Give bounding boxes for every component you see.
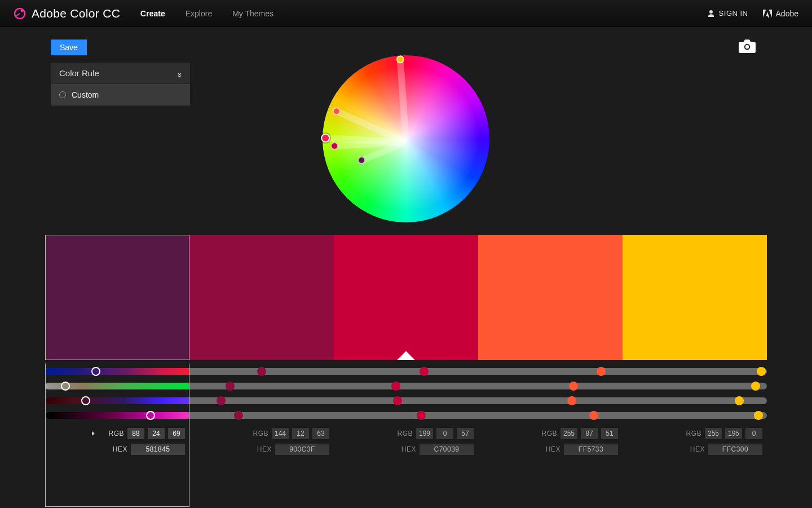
hex-value[interactable]: C70039 [420, 444, 474, 455]
color-rule-option-custom[interactable]: Custom [51, 84, 190, 106]
slider-handle[interactable] [569, 382, 578, 391]
swatch-0[interactable] [45, 235, 189, 360]
active-gradient [45, 368, 189, 375]
value-column-2: RGB199057HEXC70039 [334, 428, 478, 455]
rgb-value[interactable]: 87 [581, 428, 598, 439]
slider-handle[interactable] [417, 411, 426, 420]
topbar: Adobe Color CC Create Explore My Themes … [0, 0, 812, 27]
wheel-handle[interactable] [321, 133, 330, 143]
rgb-value[interactable]: 0 [436, 428, 453, 439]
swatch-3[interactable] [478, 235, 623, 360]
radio-icon [59, 91, 66, 98]
adobe-link[interactable]: Adobe [763, 9, 798, 18]
slider-handle[interactable] [567, 396, 576, 405]
app-name: Adobe Color CC [32, 7, 120, 20]
slider-handle[interactable] [81, 396, 90, 405]
svg-point-1 [21, 9, 24, 12]
color-rule-panel: Color Rule ⌄⌄ Custom [51, 62, 191, 106]
value-column-0: RGB882469HEX581845 [45, 428, 189, 455]
rgb-value[interactable]: 69 [168, 428, 185, 439]
slider-handle[interactable] [751, 382, 760, 391]
value-column-3: RGB2558751HEXFF5733 [478, 428, 623, 455]
rgb-value[interactable]: 195 [725, 428, 742, 439]
swatch-2[interactable] [334, 235, 478, 360]
hex-label: HEX [391, 445, 416, 453]
slider-handle[interactable] [393, 396, 402, 405]
adobe-a-icon [763, 10, 772, 17]
base-color-marker [397, 351, 415, 360]
slider-panel: RGB882469HEX581845RGB1441263HEX900C3FRGB… [45, 368, 767, 455]
active-gradient [45, 412, 189, 419]
wheel-handle[interactable] [330, 142, 339, 150]
slider-handle[interactable] [91, 367, 100, 376]
swatch-1[interactable] [189, 235, 334, 360]
wheel-handle[interactable] [331, 106, 341, 116]
color-rule-toggle[interactable]: Color Rule ⌄⌄ [51, 63, 190, 84]
hex-value[interactable]: FFC300 [708, 444, 762, 455]
nav-create[interactable]: Create [140, 9, 165, 18]
rgb-value[interactable]: 12 [292, 428, 309, 439]
slider-track-2[interactable] [45, 397, 767, 404]
rgb-value[interactable]: 57 [457, 428, 474, 439]
wheel-handle[interactable] [356, 155, 367, 165]
slider-handle[interactable] [217, 396, 226, 405]
svg-line-2 [16, 14, 20, 16]
hex-label: HEX [536, 445, 561, 453]
slider-handle[interactable] [391, 382, 400, 391]
rgb-value[interactable]: 199 [416, 428, 433, 439]
rgb-value[interactable]: 255 [705, 428, 722, 439]
slider-track-1[interactable] [45, 383, 767, 389]
camera-icon [739, 40, 756, 53]
rgb-label: RGB [532, 430, 557, 437]
color-wheel[interactable] [323, 55, 489, 222]
rgb-label: RGB [677, 430, 701, 437]
slider-track-0[interactable] [45, 368, 767, 375]
wheel-arm[interactable] [397, 59, 409, 142]
chevron-down-icon: ⌄⌄ [176, 70, 182, 77]
topbar-right: SIGN IN Adobe [707, 9, 798, 18]
hex-label: HEX [247, 445, 272, 453]
slider-track-3[interactable] [45, 412, 767, 419]
hex-label: HEX [680, 445, 705, 453]
rgb-value[interactable]: 51 [601, 428, 618, 439]
swatch-4[interactable] [623, 235, 767, 360]
rgb-value[interactable]: 24 [148, 428, 165, 439]
svg-point-4 [745, 45, 749, 49]
slider-handle[interactable] [257, 367, 266, 376]
nav-explore[interactable]: Explore [186, 9, 212, 18]
slider-handle[interactable] [589, 411, 598, 420]
user-icon [707, 10, 715, 17]
hex-label: HEX [103, 445, 127, 453]
rgb-label: RGB [99, 430, 124, 437]
nav-my-themes[interactable]: My Themes [232, 9, 273, 18]
triangle-right-icon [92, 431, 95, 436]
rgb-value[interactable]: 255 [561, 428, 577, 439]
camera-button[interactable] [739, 40, 756, 55]
save-button[interactable]: Save [51, 40, 87, 55]
slider-handle[interactable] [146, 411, 155, 420]
rgb-value[interactable]: 144 [272, 428, 289, 439]
slider-handle[interactable] [597, 367, 606, 376]
color-wheel-logo-icon [14, 7, 26, 20]
hex-value[interactable]: 581845 [131, 444, 185, 455]
hex-value[interactable]: FF5733 [564, 444, 618, 455]
hex-value[interactable]: 900C3F [275, 444, 329, 455]
rgb-value[interactable]: 88 [127, 428, 144, 439]
main-nav: Create Explore My Themes [140, 9, 273, 18]
slider-handle[interactable] [757, 367, 766, 376]
slider-handle[interactable] [61, 382, 70, 391]
wheel-handle[interactable] [396, 55, 404, 64]
app-logo: Adobe Color CC [14, 7, 120, 20]
sign-in-button[interactable]: SIGN IN [707, 9, 748, 17]
content-area: Save Color Rule ⌄⌄ Custom RGB882469HEX58… [0, 27, 812, 455]
value-column-1: RGB1441263HEX900C3F [189, 428, 334, 455]
rgb-value[interactable]: 63 [312, 428, 329, 439]
rgb-value[interactable]: 0 [745, 428, 762, 439]
slider-handle[interactable] [735, 396, 744, 405]
slider-handle[interactable] [420, 367, 429, 376]
slider-handle[interactable] [234, 411, 243, 420]
rgb-label: RGB [388, 430, 413, 437]
slider-handle[interactable] [226, 382, 235, 391]
slider-handle[interactable] [754, 411, 763, 420]
rgb-label: RGB [244, 430, 268, 437]
